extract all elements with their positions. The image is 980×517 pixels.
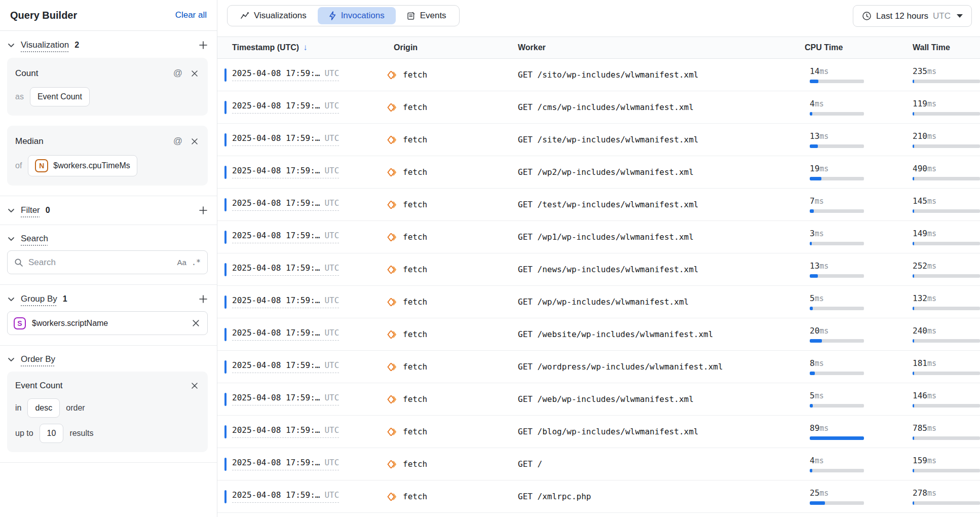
wall-bar: [913, 307, 980, 310]
column-header-cpu-time[interactable]: CPU Time: [805, 43, 910, 52]
chevron-down-icon[interactable]: [6, 354, 16, 364]
search-input[interactable]: [28, 257, 172, 268]
table-row[interactable]: 2025-04-08 17:59:… UTC fetch GET /websit…: [217, 318, 980, 351]
wall-value: 149: [913, 229, 927, 238]
add-filter-button[interactable]: [198, 205, 209, 216]
chevron-down-icon[interactable]: [6, 294, 16, 304]
row-timezone: UTC: [324, 263, 339, 273]
close-icon[interactable]: [190, 68, 200, 79]
tab-events[interactable]: Events: [396, 7, 458, 24]
clear-all-button[interactable]: Clear all: [175, 10, 207, 20]
alias-chip[interactable]: Event Count: [30, 87, 90, 106]
fetch-icon: [387, 232, 397, 242]
cpu-value: 5: [810, 391, 815, 400]
sort-direction-select[interactable]: desc: [27, 398, 60, 418]
row-accent-bar: [224, 328, 227, 341]
wall-bar: [913, 501, 980, 505]
row-timezone: UTC: [324, 425, 339, 435]
row-timestamp: 2025-04-08 17:59:…: [232, 263, 320, 273]
wall-bar-fill: [913, 501, 914, 505]
timestamp-group: 2025-04-08 17:59:… UTC: [232, 231, 339, 243]
cpu-bar-fill: [810, 144, 818, 148]
wall-value: 132: [913, 293, 927, 303]
wall-value: 240: [913, 326, 927, 336]
match-case-toggle[interactable]: Aa: [177, 258, 186, 267]
table-row[interactable]: 2025-04-08 17:59:… UTC fetch GET /blog/w…: [217, 416, 980, 448]
wall-bar-fill: [913, 177, 914, 180]
wall-value: 278: [913, 488, 927, 498]
cpu-value: 13: [810, 261, 819, 271]
field-chip[interactable]: N $workers.cpuTimeMs: [28, 155, 137, 176]
order-label: order: [66, 403, 85, 413]
row-origin: fetch: [403, 200, 427, 209]
wall-unit: ms: [927, 391, 936, 400]
time-range-select[interactable]: Last 12 hours UTC: [853, 5, 972, 27]
row-origin: fetch: [403, 329, 427, 339]
table-row[interactable]: 2025-04-08 17:59:… UTC fetch GET /wp2/wp…: [217, 156, 980, 189]
table-row[interactable]: 2025-04-08 17:59:… UTC fetch GET /test/w…: [217, 189, 980, 221]
add-visualization-button[interactable]: [198, 40, 209, 51]
cpu-unit: ms: [819, 67, 828, 76]
tab-invocations[interactable]: Invocations: [318, 7, 396, 24]
table-row[interactable]: 2025-04-08 17:59:… UTC fetch GET / 4ms 1…: [217, 448, 980, 481]
wall-bar: [913, 372, 980, 375]
wall-value: 210: [913, 131, 927, 141]
timestamp-group: 2025-04-08 17:59:… UTC: [232, 360, 339, 373]
column-header-worker[interactable]: Worker: [513, 43, 805, 52]
cpu-bar-fill: [810, 274, 818, 278]
row-worker: GET /wp2/wp-includes/wlwmanifest.xml: [518, 167, 694, 177]
row-accent-bar: [224, 458, 227, 471]
limit-input[interactable]: 10: [40, 424, 64, 443]
chevron-down-icon[interactable]: [6, 205, 16, 215]
section-label-order-by: Order By: [21, 354, 55, 364]
close-icon[interactable]: [190, 381, 200, 391]
fetch-icon: [387, 70, 397, 80]
table-row[interactable]: 2025-04-08 17:59:… UTC fetch GET /sito/w…: [217, 59, 980, 91]
clock-icon: [862, 11, 872, 21]
table-row[interactable]: 2025-04-08 17:59:… UTC fetch GET /wp1/wp…: [217, 221, 980, 253]
fetch-icon: [387, 394, 397, 404]
table-row[interactable]: 2025-04-08 17:59:… UTC fetch GET /wp/wp-…: [217, 286, 980, 318]
wall-unit: ms: [927, 67, 936, 76]
column-header-wall-time[interactable]: Wall Time: [910, 43, 980, 52]
column-header-origin[interactable]: Origin: [387, 43, 513, 52]
column-header-timestamp[interactable]: Timestamp (UTC) ↓: [224, 43, 387, 53]
mention-icon[interactable]: @: [172, 135, 183, 147]
table-row[interactable]: 2025-04-08 17:59:… UTC fetch GET /wordpr…: [217, 351, 980, 383]
fetch-icon: [387, 297, 397, 307]
wall-bar-fill: [913, 144, 914, 148]
wall-value: 785: [913, 423, 927, 433]
table-row[interactable]: 2025-04-08 17:59:… UTC fetch GET /site/w…: [217, 124, 980, 156]
tab-visualizations[interactable]: Visualizations: [229, 7, 318, 24]
wall-bar-fill: [913, 404, 914, 408]
cpu-unit: ms: [819, 132, 828, 141]
chevron-down-icon[interactable]: [6, 234, 16, 244]
wall-value: 235: [913, 66, 927, 76]
close-icon[interactable]: [191, 318, 201, 328]
sort-desc-icon: ↓: [303, 43, 308, 53]
cpu-bar-fill: [810, 339, 822, 343]
wall-bar: [913, 177, 980, 180]
event-log-icon: [407, 12, 416, 20]
section-filter: Filter 0: [0, 196, 217, 225]
add-group-by-button[interactable]: [198, 293, 209, 305]
regex-toggle[interactable]: .*: [192, 258, 201, 267]
cpu-bar: [810, 404, 864, 408]
cpu-bar: [810, 501, 864, 505]
table-row[interactable]: 2025-04-08 17:59:… UTC fetch GET /xmlrpc…: [217, 481, 980, 513]
cpu-unit: ms: [815, 294, 824, 303]
row-timezone: UTC: [324, 490, 339, 500]
row-timestamp: 2025-04-08 17:59:…: [232, 68, 320, 78]
mention-icon[interactable]: @: [172, 67, 183, 80]
group-by-field[interactable]: S $workers.scriptName: [7, 311, 208, 335]
close-icon[interactable]: [190, 136, 200, 146]
table-row[interactable]: 2025-04-08 17:59:… UTC fetch GET /cms/wp…: [217, 91, 980, 124]
timestamp-group: 2025-04-08 17:59:… UTC: [232, 296, 339, 308]
row-timezone: UTC: [324, 231, 339, 240]
chevron-down-icon[interactable]: [6, 40, 16, 50]
table-row[interactable]: 2025-04-08 17:59:… UTC fetch GET /web/wp…: [217, 383, 980, 416]
table-row[interactable]: 2025-04-08 17:59:… UTC fetch GET /news/w…: [217, 253, 980, 286]
wall-unit: ms: [927, 99, 936, 108]
query-builder-panel: Query Builder Clear all Visualization 2 …: [0, 0, 217, 517]
row-timestamp: 2025-04-08 17:59:…: [232, 296, 320, 305]
